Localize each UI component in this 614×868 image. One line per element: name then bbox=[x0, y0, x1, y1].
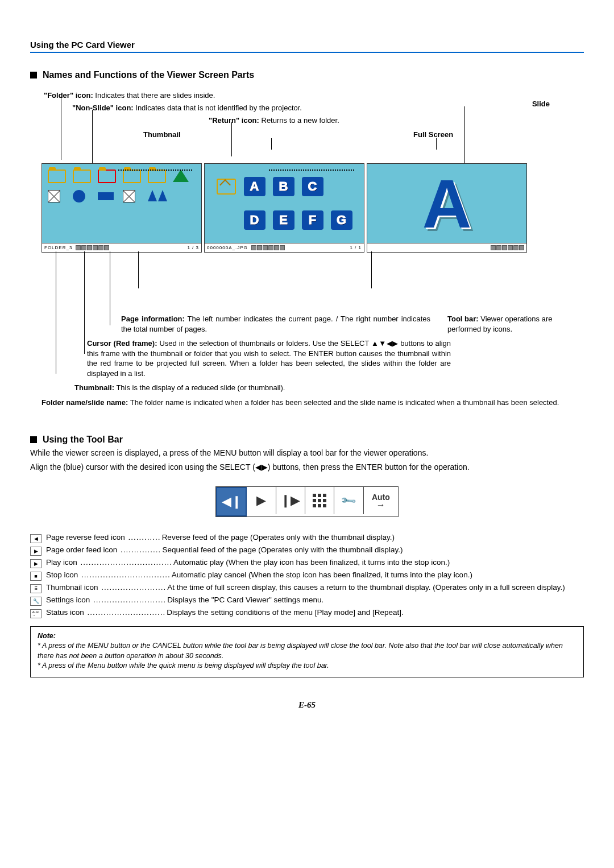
slide-thumb: F bbox=[302, 210, 323, 230]
lead-line bbox=[84, 251, 85, 354]
folder-icon bbox=[123, 170, 140, 182]
def-row: ⠿ Thumbnail icon .......................… bbox=[30, 583, 584, 593]
def-row: Auto→ Status icon ......................… bbox=[30, 608, 584, 618]
slide-rect-icon bbox=[98, 190, 115, 202]
slide-label: Slide bbox=[532, 100, 550, 108]
viewer-diagram: FOLDER_3 1 / 3 A B C D E F G 0000000A_.J… bbox=[30, 149, 584, 308]
def-row: 🔧 Settings icon ........................… bbox=[30, 596, 584, 606]
thumbnail-icon: ⠿ bbox=[30, 584, 42, 593]
toolbar-graphic: ◀❙ ▶ ❙▶ 🔧 Auto → bbox=[215, 486, 399, 517]
toolbar-mini-icons bbox=[76, 245, 109, 250]
slide-thumb: A bbox=[244, 177, 265, 196]
desc-folder-slide-name: Folder name/slide name: The folder name … bbox=[42, 398, 584, 408]
def-row: ▶ Page order feed icon ............... S… bbox=[30, 545, 584, 556]
mid-slide-name: 0000000A_.JPG bbox=[207, 245, 248, 250]
folder-icon bbox=[73, 170, 90, 182]
thumbnail-heading: Thumbnail bbox=[143, 130, 181, 139]
fullscreen-panel: A bbox=[367, 163, 527, 253]
desc-toolbar: Tool bar: Viewer operations are performe… bbox=[447, 314, 584, 334]
slide-triangle-icon bbox=[173, 170, 190, 182]
nonslide-icon-desc: Indicates data that is not identified by… bbox=[134, 104, 302, 112]
thumb-status-bar: FOLDER_3 1 / 3 bbox=[42, 243, 201, 252]
callout-folder-icon: "Folder" icon: Indicates that there are … bbox=[44, 90, 215, 101]
section2-intro1: While the viewer screen is displayed, a … bbox=[30, 447, 584, 458]
descriptions: Page information: The left number indica… bbox=[30, 314, 584, 407]
fullscreen-slide: A bbox=[367, 164, 526, 243]
slide-circle-icon bbox=[73, 190, 90, 202]
thumb-folder-name: FOLDER_3 bbox=[44, 245, 72, 250]
bullet-icon bbox=[30, 72, 37, 78]
slide-thumb: D bbox=[244, 210, 265, 230]
mid-status-bar: 0000000A_.JPG 1 / 1 bbox=[205, 243, 364, 252]
lead-line bbox=[56, 251, 56, 374]
section2-title-row: Using the Tool Bar bbox=[30, 435, 584, 445]
thumb-page-info: 1 / 3 bbox=[187, 245, 199, 250]
section2: Using the Tool Bar While the viewer scre… bbox=[30, 435, 584, 677]
section1-title-text: Names and Functions of the Viewer Screen… bbox=[43, 70, 254, 80]
slide-twin-triangle-icon bbox=[148, 190, 165, 202]
full-status-bar bbox=[367, 243, 526, 252]
lead-line bbox=[371, 251, 372, 288]
lead-line bbox=[138, 251, 139, 288]
slide-thumb: B bbox=[273, 177, 294, 196]
play-icon: ▶ bbox=[30, 559, 42, 568]
status-icon[interactable]: Auto → bbox=[364, 487, 398, 514]
folder-icon-desc: Indicates that there are slides inside. bbox=[93, 91, 215, 100]
nonslide-icon bbox=[48, 190, 65, 202]
desc-page-info: Page information: The left number indica… bbox=[121, 314, 430, 334]
section2-intro2: Align the (blue) cursor with the desired… bbox=[30, 461, 584, 473]
note-title: Note: bbox=[38, 631, 576, 642]
def-row: ■ Stop icon ............................… bbox=[30, 571, 584, 581]
def-row: ◀ Page reverse feed icon ............ Re… bbox=[30, 533, 584, 543]
toolbar-definitions: ◀ Page reverse feed icon ............ Re… bbox=[30, 533, 584, 618]
page-reverse-feed-icon[interactable]: ◀❙ bbox=[216, 487, 247, 516]
page-header: Using the PC Card Viewer bbox=[30, 40, 584, 53]
return-icon-label: "Return" icon: bbox=[209, 116, 259, 125]
fullscreen-heading: Full Screen bbox=[413, 130, 453, 139]
folder-icon-label: "Folder" icon: bbox=[44, 91, 93, 100]
slide-thumb: E bbox=[273, 210, 294, 230]
page-reverse-feed-icon: ◀ bbox=[30, 534, 42, 543]
folder-icon-selected bbox=[98, 170, 115, 182]
slide-thumb: C bbox=[302, 177, 323, 196]
settings-icon[interactable]: 🔧 bbox=[334, 487, 363, 514]
stop-icon: ■ bbox=[30, 572, 42, 581]
page-order-feed-icon: ▶ bbox=[30, 547, 42, 556]
lead-line bbox=[110, 251, 110, 325]
status-icon: Auto→ bbox=[30, 609, 42, 618]
nonslide-icon bbox=[123, 190, 140, 202]
page-number: E-65 bbox=[30, 700, 584, 710]
note-item: * A press of the Menu button while the q… bbox=[38, 661, 576, 671]
bullet-icon bbox=[30, 436, 37, 443]
nonslide-icon-label: "Non-Slide" icon: bbox=[72, 104, 134, 112]
play-icon[interactable]: ▶ bbox=[247, 487, 276, 514]
callout-nonslide-icon: "Non-Slide" icon: Indicates data that is… bbox=[72, 103, 302, 113]
thumbnail-panel: FOLDER_3 1 / 3 bbox=[42, 163, 202, 253]
folder-icon bbox=[148, 170, 165, 182]
desc-cursor: Cursor (Red frame): Used in the selectio… bbox=[87, 338, 451, 378]
slide-thumb: G bbox=[331, 210, 352, 230]
note-box: Note: * A press of the MENU button or th… bbox=[30, 626, 584, 677]
toolbar-mini-icons bbox=[491, 245, 524, 250]
desc-thumbnail: Thumbnail: This is the display of a redu… bbox=[74, 383, 584, 393]
callout-return-icon: "Return" icon: Returns to a new folder. bbox=[209, 115, 339, 126]
callout-slide: Slide bbox=[532, 99, 550, 109]
def-row: ▶ Play icon ............................… bbox=[30, 558, 584, 568]
toolbar-mini-icons bbox=[251, 245, 285, 250]
page-order-feed-icon[interactable]: ❙▶ bbox=[276, 487, 305, 514]
folder-content-panel: A B C D E F G 0000000A_.JPG 1 / 1 bbox=[204, 163, 364, 253]
return-icon-desc: Returns to a new folder. bbox=[259, 116, 339, 125]
return-icon bbox=[217, 179, 236, 195]
mid-page-info: 1 / 1 bbox=[350, 245, 362, 250]
folder-icon bbox=[48, 170, 65, 182]
note-item: * A press of the MENU button or the CANC… bbox=[38, 641, 576, 661]
settings-icon: 🔧 bbox=[30, 597, 42, 606]
section1-title: Names and Functions of the Viewer Screen… bbox=[30, 70, 584, 80]
thumbnail-icon[interactable] bbox=[305, 487, 334, 514]
section2-title: Using the Tool Bar bbox=[43, 435, 123, 444]
